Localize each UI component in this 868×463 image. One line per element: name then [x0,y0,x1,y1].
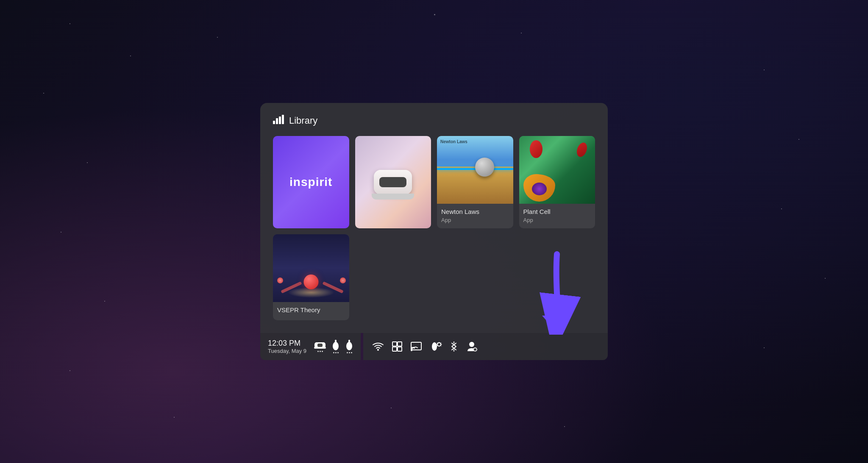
svg-rect-3 [282,115,284,124]
svg-rect-11 [348,340,350,343]
main-container: Library inspirit Inspirit 1.1 App [260,103,608,360]
app-info-plantcell: Plant Cell App [519,204,595,228]
svg-point-22 [437,343,441,346]
app-type-plantcell: App [523,217,591,223]
app-info-newtonlaws: Newton Laws App [437,204,513,228]
apps-grid-row1: inspirit Inspirit 1.1 App [273,136,595,228]
svg-rect-1 [276,118,278,124]
taskbar-time: 12:03 PM [268,339,306,348]
svg-rect-9 [334,345,338,346]
app-thumbnail-inspirit: inspirit [273,136,349,228]
svg-point-20 [432,342,437,351]
library-panel: Library inspirit Inspirit 1.1 App [260,103,608,333]
svg-point-25 [469,342,474,347]
app-name-plantcell: Plant Cell [523,208,591,215]
app-thumbnail-firststeps [355,136,431,228]
app-type-newtonlaws: App [441,217,509,223]
taskbar-container: 12:03 PM Tuesday, May 9 [260,333,608,360]
bluetooth-icon[interactable] [451,341,457,352]
grid-icon[interactable] [392,341,402,352]
cast-icon[interactable] [411,342,422,351]
vr-headset-icon[interactable] [314,341,326,352]
app-card-vsepr[interactable]: VSEPR Theory [273,234,349,320]
app-name-vsepr: VSEPR Theory [277,306,345,313]
app-thumbnail-vsepr [273,234,349,302]
apps-grid-row2: VSEPR Theory [273,234,595,320]
svg-rect-17 [398,347,402,351]
svg-rect-8 [335,340,337,343]
taskbar-left: 12:03 PM Tuesday, May 9 [260,333,361,360]
svg-rect-21 [432,344,437,346]
controller-left-icon[interactable] [332,340,339,353]
app-card-newtonlaws[interactable]: Newton Laws Newton Laws App [437,136,513,228]
svg-rect-16 [392,347,397,351]
app-info-vsepr: VSEPR Theory [273,302,349,320]
svg-rect-15 [398,342,402,346]
svg-rect-6 [314,347,326,349]
controller-right-icon[interactable] [345,340,353,353]
svg-rect-14 [392,342,397,346]
taskbar-date: Tuesday, May 9 [268,348,306,354]
svg-rect-0 [273,121,275,124]
taskbar-time-section: 12:03 PM Tuesday, May 9 [268,339,306,354]
app-card-plantcell[interactable]: Plant Cell App [519,136,595,228]
library-title: Library [289,115,317,126]
taskbar-left-icons [314,340,353,353]
app-thumbnail-newtonlaws: Newton Laws [437,136,513,204]
app-name-newtonlaws: Newton Laws [441,208,509,215]
app-card-inspirit[interactable]: inspirit Inspirit 1.1 App [273,136,349,228]
library-icon [273,115,284,127]
library-header: Library [273,115,595,127]
svg-rect-12 [347,345,351,346]
controller-settings-icon[interactable] [430,341,442,352]
app-thumbnail-plantcell [519,136,595,204]
inspirit-logo-text: inspirit [289,175,332,189]
app-card-firststeps[interactable]: First Steps App [355,136,431,228]
taskbar-right [363,333,608,360]
profile-settings-icon[interactable] [466,341,478,352]
svg-point-19 [411,349,412,351]
svg-rect-2 [279,116,281,124]
wifi-icon[interactable] [373,342,384,351]
svg-point-13 [377,349,379,351]
svg-rect-5 [317,344,323,347]
